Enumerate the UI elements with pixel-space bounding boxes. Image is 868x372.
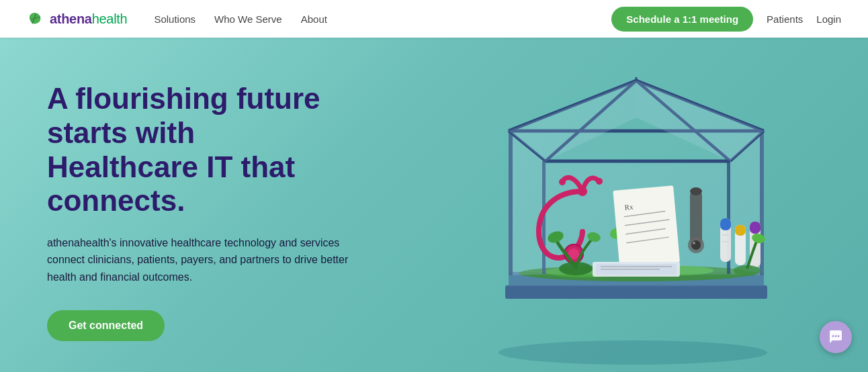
chat-icon [827,328,844,346]
svg-point-48 [691,240,701,250]
schedule-meeting-button[interactable]: Schedule a 1:1 meeting [611,7,753,32]
svg-rect-51 [720,218,731,230]
navbar: athenahealth Solutions Who We Serve Abou… [0,0,868,38]
nav-solutions[interactable]: Solutions [154,13,196,25]
svg-rect-1 [505,285,767,299]
hero-content: A flourishing future starts with Healthc… [0,42,390,367]
logo-leaf-icon [27,11,46,26]
svg-point-29 [578,187,587,196]
hero-image: Rx [411,38,868,372]
get-connected-button[interactable]: Get connected [47,310,165,341]
svg-point-46 [690,187,702,195]
logo-text: athenahealth [50,11,127,27]
svg-point-27 [596,178,603,185]
login-link[interactable]: Login [816,13,841,25]
svg-rect-57 [750,222,761,234]
svg-rect-55 [735,225,746,236]
svg-point-49 [693,242,695,244]
terrarium-illustration: Rx [451,57,828,366]
hero-section: A flourishing future starts with Healthc… [0,38,868,372]
terrarium-svg: Rx [451,57,828,366]
svg-point-28 [559,179,566,185]
nav-about[interactable]: About [301,13,327,25]
chat-widget-button[interactable] [820,321,852,353]
svg-point-62 [838,335,840,337]
svg-point-0 [498,340,767,365]
logo[interactable]: athenahealth [27,11,127,27]
hero-subtext: athenahealth's innovative healthcare tec… [47,234,349,286]
hero-heading: A flourishing future starts with Healthc… [47,82,349,218]
svg-point-61 [835,335,837,337]
patients-link[interactable]: Patients [767,13,803,25]
nav-right-links: Patients Login [767,13,841,25]
svg-rect-35 [613,185,680,267]
nav-links: Solutions Who We Serve About [154,13,611,25]
svg-point-60 [832,335,834,337]
svg-text:Rx: Rx [624,203,634,212]
nav-who-we-serve[interactable]: Who We Serve [214,13,282,25]
